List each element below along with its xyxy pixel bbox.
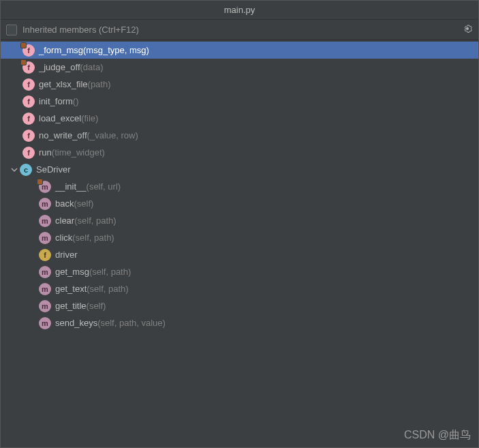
item-name: _judge_off xyxy=(39,62,80,72)
item-name: get_title xyxy=(55,301,87,311)
item-sig: (data) xyxy=(80,62,104,72)
tree-item[interactable]: f driver xyxy=(1,246,478,263)
item-name: get_text xyxy=(55,284,87,294)
tree-item[interactable]: m __init__(self, url) xyxy=(1,178,478,195)
tree-item[interactable]: f _judge_off(data) xyxy=(1,59,478,76)
item-name: no_write_off xyxy=(39,130,87,140)
function-icon: f xyxy=(22,113,35,125)
tree-item[interactable]: m click(self, path) xyxy=(1,229,478,246)
item-sig: (self, path, value) xyxy=(97,318,166,328)
structure-window: main.py Inherited members (Ctrl+F12) f _… xyxy=(0,0,479,448)
method-icon: m xyxy=(39,232,51,244)
tree-item-class[interactable]: c SeDriver xyxy=(1,161,478,178)
titlebar: main.py xyxy=(1,1,478,20)
method-icon: m xyxy=(39,283,51,295)
method-icon: m xyxy=(39,300,51,312)
item-name: run xyxy=(39,147,52,158)
tree-item[interactable]: f get_xlsx_file(path) xyxy=(1,76,478,93)
item-sig: (self, url) xyxy=(87,181,121,192)
item-sig: (_value, row) xyxy=(87,130,138,140)
item-sig: (self, path) xyxy=(72,233,114,243)
item-sig: (msg_type, msg) xyxy=(83,45,149,55)
item-sig: (time_widget) xyxy=(52,147,105,158)
item-name: init_form xyxy=(39,96,73,106)
item-sig: (self, path) xyxy=(74,215,116,226)
item-sig: (self) xyxy=(87,301,106,311)
item-name: driver xyxy=(55,250,78,260)
tree-item[interactable]: m get_title(self) xyxy=(1,297,478,314)
item-name: _form_msg xyxy=(39,45,83,55)
class-icon: c xyxy=(20,164,32,176)
item-name: load_excel xyxy=(39,113,81,123)
function-icon: f xyxy=(22,130,35,142)
item-sig: (path) xyxy=(88,79,111,89)
item-sig: () xyxy=(73,96,79,106)
method-icon: m xyxy=(39,181,51,193)
tree-item[interactable]: f init_form() xyxy=(1,93,478,110)
item-sig: (file) xyxy=(81,113,98,123)
field-icon: f xyxy=(39,249,51,261)
item-name: click xyxy=(55,233,72,243)
method-icon: m xyxy=(39,215,51,227)
item-name: SeDriver xyxy=(36,164,71,175)
item-name: send_keys xyxy=(55,318,97,328)
private-badge xyxy=(20,42,27,48)
private-badge xyxy=(20,59,27,65)
chevron-down-icon[interactable] xyxy=(9,166,20,173)
toolbar-left: Inherited members (Ctrl+F12) xyxy=(6,25,139,35)
function-icon: f xyxy=(22,78,35,91)
function-icon: f xyxy=(22,147,35,159)
tree-item[interactable]: f load_excel(file) xyxy=(1,110,478,127)
item-name: get_msg xyxy=(55,267,89,277)
private-badge xyxy=(37,179,43,185)
item-sig: (self, path) xyxy=(87,284,128,294)
item-name: get_xlsx_file xyxy=(39,79,88,89)
method-icon: m xyxy=(39,317,51,329)
item-name: back xyxy=(55,198,74,209)
tree-item[interactable]: m send_keys(self, path, value) xyxy=(1,314,478,331)
tree-item[interactable]: m get_msg(self, path) xyxy=(1,263,478,280)
gear-icon[interactable] xyxy=(462,23,473,36)
tree-item[interactable]: m clear(self, path) xyxy=(1,212,478,229)
tree-item[interactable]: m back(self) xyxy=(1,195,478,212)
item-name: __init__ xyxy=(55,181,87,192)
method-icon: m xyxy=(39,266,51,278)
tree-item[interactable]: f run(time_widget) xyxy=(1,144,478,161)
tree-item[interactable]: m get_text(self, path) xyxy=(1,280,478,297)
function-icon: f xyxy=(22,95,35,108)
function-icon: f xyxy=(22,44,35,57)
item-sig: (self, path) xyxy=(89,267,131,277)
method-icon: m xyxy=(39,198,51,210)
toolbar: Inherited members (Ctrl+F12) xyxy=(1,20,478,40)
inherited-checkbox[interactable] xyxy=(6,25,17,35)
function-icon: f xyxy=(22,61,35,74)
tree-item[interactable]: f _form_msg(msg_type, msg) xyxy=(1,42,478,59)
structure-tree[interactable]: f _form_msg(msg_type, msg) f _judge_off(… xyxy=(1,40,478,447)
window-title: main.py xyxy=(224,5,256,15)
item-sig: (self) xyxy=(74,198,93,209)
tree-item[interactable]: f no_write_off(_value, row) xyxy=(1,127,478,144)
item-name: clear xyxy=(55,215,74,226)
inherited-label: Inherited members (Ctrl+F12) xyxy=(22,25,139,35)
